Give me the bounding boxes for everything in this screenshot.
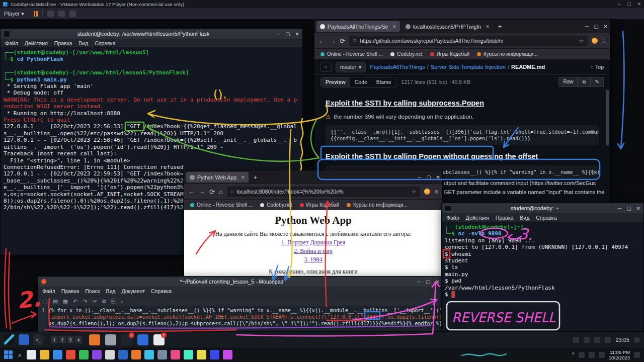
menu-item[interactable]: Правка — [54, 40, 72, 46]
book-link-3[interactable]: 3. 1984 — [184, 256, 442, 263]
workspace-cell[interactable]: 4 — [75, 336, 82, 343]
tab-preview[interactable]: Preview — [321, 77, 350, 87]
window-minimize-button[interactable]: ─ — [618, 206, 621, 211]
copy-icon[interactable]: ⧉ — [591, 168, 595, 175]
back-button[interactable]: ← — [318, 37, 325, 45]
open-icon[interactable]: ▤ — [52, 298, 57, 305]
kali-menu-icon[interactable] — [4, 334, 15, 345]
bookmark-star-icon[interactable]: ☆ — [412, 189, 417, 195]
menu-item[interactable]: Вид — [78, 40, 88, 46]
workspace-cell[interactable]: 3 — [67, 336, 74, 343]
taskbar-app-icon[interactable] — [40, 350, 49, 359]
taskbar-app-icon[interactable] — [137, 334, 148, 345]
cut-icon[interactable]: ✂ — [93, 298, 97, 305]
window-minimize-button[interactable]: ─ — [417, 279, 421, 285]
workspace-cell[interactable]: 1 — [51, 336, 58, 343]
taskbar-app-icon[interactable] — [184, 350, 193, 359]
window-maximize-button[interactable]: ▢ — [426, 279, 430, 285]
bookmark-item[interactable]: Игры Кодебай — [300, 202, 339, 208]
window-close-button[interactable]: ✕ — [436, 174, 440, 180]
menu-item[interactable]: Справка — [536, 215, 556, 221]
menu-item[interactable]: Справка — [95, 40, 115, 46]
tab-code[interactable]: Code — [350, 77, 372, 87]
taskbar-app-icon[interactable] — [66, 350, 75, 359]
menu-item[interactable]: Файл — [446, 215, 459, 221]
menu-item[interactable]: Правка — [496, 215, 513, 221]
breadcrumb-repo[interactable]: PayloadsAllTheThings — [370, 64, 425, 70]
taskbar-app-icon[interactable] — [92, 350, 102, 359]
find-icon[interactable]: ⌕ — [121, 298, 124, 305]
taskbar-app-icon[interactable] — [53, 350, 62, 359]
taskbar-app-icon[interactable] — [105, 350, 115, 359]
branch-selector[interactable]: master▾ — [336, 62, 366, 72]
copy-icon[interactable]: ⧉ — [102, 298, 106, 305]
readme-heading-subprocess-popen[interactable]: Exploit the SSTI by calling subprocess.P… — [326, 99, 599, 107]
save-icon[interactable]: ▦ — [63, 298, 68, 305]
reload-button[interactable]: ⟳ — [340, 37, 345, 45]
redo-icon[interactable]: ↷ — [83, 298, 87, 305]
taskbar-app-icon[interactable] — [223, 350, 232, 359]
tab-close-icon[interactable]: ✕ — [392, 24, 396, 29]
home-button[interactable]: ⌂ — [219, 188, 223, 196]
window-maximize-button[interactable]: ▢ — [285, 31, 290, 37]
firefox-account-icon[interactable] — [424, 189, 430, 195]
taskbar-app-icon[interactable] — [197, 350, 206, 359]
url-bar[interactable]: ⌕ localhost:8080/index?book=(%%20for%20x… — [227, 187, 421, 197]
bookmark-star-icon[interactable]: ☆ — [579, 38, 584, 44]
terminal-title-bar[interactable]: student@codeby: ~ ─ ▢ ✕ — [442, 203, 643, 213]
menu-item[interactable]: Действия — [466, 215, 489, 221]
new-tab-button[interactable]: + — [251, 173, 261, 181]
readme-heading-popen-offset[interactable]: Exploit the SSTI by calling Popen withou… — [326, 152, 599, 160]
tray-expand-caret[interactable]: ^ — [572, 352, 575, 357]
new-tab-button[interactable]: + — [495, 23, 505, 30]
taskbar-app-icon[interactable] — [210, 350, 219, 359]
book-link-1[interactable]: 1. Портрет Дориана Грея — [184, 239, 442, 246]
clock[interactable]: 11:05 PM 10/2/2023 — [609, 349, 630, 360]
taskbar-app-icon[interactable]: 2 — [153, 334, 165, 345]
terminal-title-bar[interactable]: student@codeby: /var/www/html/lesson5/Py… — [1, 29, 302, 39]
copy-icon[interactable]: ⧉ — [591, 128, 595, 135]
menu-item[interactable]: Вид — [106, 288, 115, 294]
clock[interactable]: 23:05 — [615, 337, 629, 343]
ctrl-alt-del-icon[interactable] — [47, 11, 54, 17]
forward-button[interactable]: → — [329, 37, 336, 45]
browser-tab-localhost[interactable]: localhost/lesson5/PHPTwigIn ✕ — [402, 21, 493, 32]
taskbar-app-icon[interactable] — [118, 350, 128, 359]
taskbar-app-icon[interactable] — [79, 350, 89, 359]
menu-icon[interactable]: ≡ — [602, 37, 606, 45]
sidebar-toggle-icon[interactable]: ≡ — [320, 62, 332, 72]
bookmark-item[interactable]: Codeby.net — [260, 202, 292, 208]
bookmark-item[interactable]: Online - Reverse Shell ... — [190, 202, 253, 208]
menu-icon[interactable]: ≡ — [434, 188, 438, 196]
suspend-vm-icon[interactable] — [34, 11, 38, 17]
firefox-account-icon[interactable] — [592, 38, 598, 44]
player-menu[interactable]: Player ▾ — [4, 11, 24, 17]
back-to-top-link[interactable]: ↑Top — [591, 64, 604, 70]
tray-icon[interactable] — [573, 337, 579, 343]
editor-area[interactable]: 1 {% for x in ().__class__.__base__.__su… — [38, 306, 443, 333]
file-manager-icon[interactable] — [19, 334, 29, 345]
scrollbar[interactable] — [606, 90, 609, 145]
bookmark-item[interactable]: Игры Кодебай — [430, 51, 469, 57]
tray-icon[interactable] — [579, 352, 585, 358]
bookmark-item[interactable]: Online - Reverse Shell ... — [320, 51, 383, 57]
window-maximize-button[interactable]: ▢ — [426, 174, 431, 180]
taskbar-app-icon[interactable] — [89, 334, 100, 345]
taskbar-app-icon[interactable]: 2 — [121, 334, 132, 345]
workspace-cell[interactable]: 2 — [59, 336, 66, 343]
raw-button[interactable]: Raw — [558, 77, 578, 87]
menu-item[interactable]: Вид — [520, 215, 529, 221]
menu-item[interactable]: Документ — [121, 288, 145, 294]
taskbar-app-icon[interactable] — [171, 350, 180, 359]
terminal-launcher-icon[interactable]: >_ — [33, 334, 44, 345]
fullscreen-icon[interactable] — [69, 11, 76, 17]
volume-icon[interactable] — [589, 352, 595, 358]
breadcrumb-dir[interactable]: Server Side Template Injection — [431, 64, 506, 70]
mousepad-title-bar[interactable]: *~/Рабочий стол/tmp_lesson_5 - Mousepad … — [38, 277, 443, 287]
taskbar-app-icon[interactable] — [131, 350, 141, 359]
window-maximize-button[interactable]: ▢ — [626, 206, 631, 211]
new-file-icon[interactable]: ▢ — [42, 298, 47, 305]
back-button[interactable]: ← — [188, 188, 195, 196]
tray-icon[interactable] — [605, 337, 611, 343]
paste-icon[interactable]: ⎘ — [111, 298, 116, 305]
